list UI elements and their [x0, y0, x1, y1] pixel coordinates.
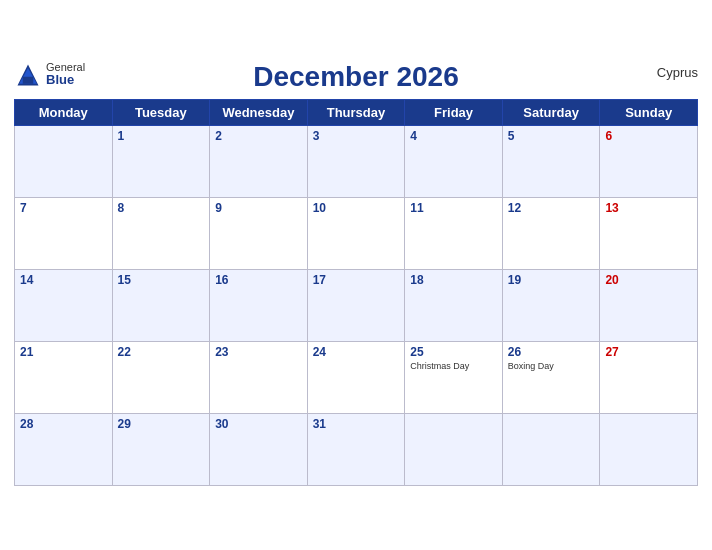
- day-cell-4-5: [502, 413, 600, 485]
- day-cell-1-2: 9: [210, 197, 308, 269]
- day-number: 17: [313, 273, 400, 287]
- calendar-thead: Monday Tuesday Wednesday Thursday Friday…: [15, 99, 698, 125]
- day-cell-0-6: 6: [600, 125, 698, 197]
- day-number: 3: [313, 129, 400, 143]
- day-number: 15: [118, 273, 205, 287]
- day-number: 20: [605, 273, 692, 287]
- day-cell-0-3: 3: [307, 125, 405, 197]
- day-cell-2-0: 14: [15, 269, 113, 341]
- header-tuesday: Tuesday: [112, 99, 210, 125]
- logo-text: General Blue: [46, 61, 85, 87]
- day-number: 25: [410, 345, 497, 359]
- header-wednesday: Wednesday: [210, 99, 308, 125]
- day-cell-1-1: 8: [112, 197, 210, 269]
- day-cell-4-6: [600, 413, 698, 485]
- week-row-4: 2122232425Christmas Day26Boxing Day27: [15, 341, 698, 413]
- day-cell-4-3: 31: [307, 413, 405, 485]
- day-number: 7: [20, 201, 107, 215]
- day-cell-0-4: 4: [405, 125, 503, 197]
- day-number: 11: [410, 201, 497, 215]
- header-thursday: Thursday: [307, 99, 405, 125]
- day-number: 5: [508, 129, 595, 143]
- day-number: 16: [215, 273, 302, 287]
- day-number: 29: [118, 417, 205, 431]
- header-friday: Friday: [405, 99, 503, 125]
- day-number: 27: [605, 345, 692, 359]
- calendar-body: 1234567891011121314151617181920212223242…: [15, 125, 698, 485]
- svg-rect-2: [23, 76, 34, 83]
- calendar-container: General Blue December 2026 Cyprus Monday…: [0, 51, 712, 500]
- day-cell-2-6: 20: [600, 269, 698, 341]
- day-cell-4-1: 29: [112, 413, 210, 485]
- day-number: 28: [20, 417, 107, 431]
- week-row-2: 78910111213: [15, 197, 698, 269]
- day-number: 14: [20, 273, 107, 287]
- day-number: 9: [215, 201, 302, 215]
- day-number: 24: [313, 345, 400, 359]
- day-cell-0-5: 5: [502, 125, 600, 197]
- day-cell-0-2: 2: [210, 125, 308, 197]
- calendar-header: General Blue December 2026 Cyprus: [14, 61, 698, 93]
- day-number: 12: [508, 201, 595, 215]
- day-cell-0-1: 1: [112, 125, 210, 197]
- day-number: 22: [118, 345, 205, 359]
- header-monday: Monday: [15, 99, 113, 125]
- calendar-table: Monday Tuesday Wednesday Thursday Friday…: [14, 99, 698, 486]
- day-cell-2-1: 15: [112, 269, 210, 341]
- day-cell-0-0: [15, 125, 113, 197]
- calendar-title: December 2026: [253, 61, 458, 93]
- day-number: 31: [313, 417, 400, 431]
- day-cell-3-5: 26Boxing Day: [502, 341, 600, 413]
- day-number: 23: [215, 345, 302, 359]
- day-number: 30: [215, 417, 302, 431]
- day-number: 2: [215, 129, 302, 143]
- day-number: 4: [410, 129, 497, 143]
- day-cell-1-6: 13: [600, 197, 698, 269]
- week-row-3: 14151617181920: [15, 269, 698, 341]
- day-cell-2-3: 17: [307, 269, 405, 341]
- day-number: 19: [508, 273, 595, 287]
- day-cell-4-2: 30: [210, 413, 308, 485]
- day-cell-2-2: 16: [210, 269, 308, 341]
- holiday-label: Boxing Day: [508, 361, 595, 371]
- day-number: 6: [605, 129, 692, 143]
- day-cell-3-2: 23: [210, 341, 308, 413]
- day-cell-4-0: 28: [15, 413, 113, 485]
- day-number: 8: [118, 201, 205, 215]
- header-sunday: Sunday: [600, 99, 698, 125]
- day-number: 18: [410, 273, 497, 287]
- day-cell-1-0: 7: [15, 197, 113, 269]
- holiday-label: Christmas Day: [410, 361, 497, 371]
- week-row-1: 123456: [15, 125, 698, 197]
- day-cell-2-4: 18: [405, 269, 503, 341]
- day-cell-1-5: 12: [502, 197, 600, 269]
- country-label: Cyprus: [657, 65, 698, 80]
- day-cell-2-5: 19: [502, 269, 600, 341]
- week-row-5: 28293031: [15, 413, 698, 485]
- day-number: 26: [508, 345, 595, 359]
- day-number: 21: [20, 345, 107, 359]
- day-cell-3-1: 22: [112, 341, 210, 413]
- day-cell-3-3: 24: [307, 341, 405, 413]
- day-cell-1-4: 11: [405, 197, 503, 269]
- day-cell-3-4: 25Christmas Day: [405, 341, 503, 413]
- day-number: 13: [605, 201, 692, 215]
- day-cell-3-0: 21: [15, 341, 113, 413]
- logo: General Blue: [14, 61, 85, 89]
- day-cell-4-4: [405, 413, 503, 485]
- day-number: 10: [313, 201, 400, 215]
- day-cell-1-3: 10: [307, 197, 405, 269]
- day-cell-3-6: 27: [600, 341, 698, 413]
- day-number: 1: [118, 129, 205, 143]
- logo-blue-text: Blue: [46, 73, 85, 87]
- header-saturday: Saturday: [502, 99, 600, 125]
- weekday-header-row: Monday Tuesday Wednesday Thursday Friday…: [15, 99, 698, 125]
- logo-icon: [14, 61, 42, 89]
